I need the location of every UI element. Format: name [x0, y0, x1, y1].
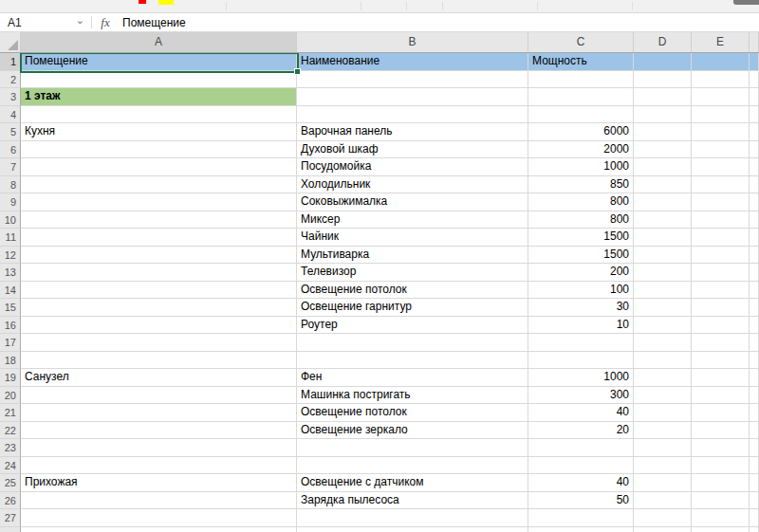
cell-C22[interactable]: 20: [528, 422, 634, 440]
cell-F27[interactable]: [750, 509, 759, 527]
cell-F10[interactable]: [750, 211, 759, 229]
row-header-16[interactable]: 16: [0, 317, 21, 335]
cell-D6[interactable]: [634, 141, 692, 159]
cell-E5[interactable]: [692, 123, 750, 141]
cell-F12[interactable]: [750, 247, 759, 265]
cell-C25[interactable]: 40: [528, 474, 634, 492]
cell-E22[interactable]: [692, 422, 750, 440]
cell-F6[interactable]: [750, 141, 759, 159]
cell-B7[interactable]: Посудомойка: [297, 158, 528, 176]
cell-E18[interactable]: [692, 352, 750, 370]
cell-B27[interactable]: [297, 509, 528, 527]
cell-C12[interactable]: 1500: [528, 247, 634, 265]
cell-C13[interactable]: 200: [528, 264, 634, 282]
cell-A11[interactable]: [21, 229, 297, 247]
row-header-20[interactable]: 20: [0, 387, 21, 405]
cell-B19[interactable]: Фен: [297, 369, 528, 387]
cell-E24[interactable]: [692, 457, 750, 475]
cell-D25[interactable]: [634, 474, 692, 492]
cell-B22[interactable]: Освещение зеркало: [297, 422, 528, 440]
cell-E23[interactable]: [692, 439, 750, 457]
cell-B12[interactable]: Мультиварка: [297, 247, 528, 265]
cell-D18[interactable]: [634, 352, 692, 370]
cell-F25[interactable]: [750, 474, 759, 492]
cell-E7[interactable]: [692, 158, 750, 176]
cell-D17[interactable]: [634, 334, 692, 352]
cell-F11[interactable]: [750, 229, 759, 247]
cell-C14[interactable]: 100: [528, 282, 634, 300]
cell-F22[interactable]: [750, 422, 759, 440]
cell-B10[interactable]: Миксер: [297, 211, 528, 229]
cell-C16[interactable]: 10: [528, 317, 634, 335]
cell-F17[interactable]: [750, 334, 759, 352]
row-header-25[interactable]: 25: [0, 474, 21, 492]
cell-D19[interactable]: [634, 369, 692, 387]
cell-A19[interactable]: Санузел: [21, 369, 297, 387]
font-color-button[interactable]: [139, 0, 146, 4]
cell-E28[interactable]: [692, 527, 750, 532]
cell-E6[interactable]: [692, 141, 750, 159]
cell-C2[interactable]: [528, 71, 634, 89]
cell-C19[interactable]: 1000: [528, 369, 634, 387]
cell-E12[interactable]: [692, 247, 750, 265]
cell-E15[interactable]: [692, 299, 750, 317]
cell-E19[interactable]: [692, 369, 750, 387]
cell-E25[interactable]: [692, 474, 750, 492]
cell-A16[interactable]: [21, 317, 297, 335]
cell-D1[interactable]: [634, 53, 692, 71]
cell-F8[interactable]: [750, 176, 759, 194]
cell-A25[interactable]: Прихожая: [21, 474, 297, 492]
cell-F3[interactable]: [750, 88, 759, 106]
highlight-color-button[interactable]: [158, 0, 174, 5]
row-header-15[interactable]: 15: [0, 299, 21, 317]
row-header-9[interactable]: 9: [0, 193, 21, 211]
cell-D20[interactable]: [634, 387, 692, 405]
cell-C5[interactable]: 6000: [528, 123, 634, 141]
row-header-18[interactable]: 18: [0, 352, 21, 370]
row-header-8[interactable]: 8: [0, 176, 21, 194]
cell-B13[interactable]: Телевизор: [297, 264, 528, 282]
cell-A2[interactable]: [21, 71, 297, 89]
cell-C3[interactable]: [528, 88, 634, 106]
cell-E9[interactable]: [692, 193, 750, 211]
row-header-11[interactable]: 11: [0, 229, 21, 247]
cell-B26[interactable]: Зарядка пылесоса: [297, 492, 528, 510]
row-header-2[interactable]: 2: [0, 71, 21, 89]
column-header-stub[interactable]: [750, 32, 759, 52]
row-header-5[interactable]: 5: [0, 123, 21, 141]
cell-E16[interactable]: [692, 317, 750, 335]
cell-A3[interactable]: 1 этаж: [21, 88, 297, 106]
cell-D13[interactable]: [634, 264, 692, 282]
cell-E8[interactable]: [692, 176, 750, 194]
column-header-A[interactable]: A: [21, 32, 297, 52]
cell-C8[interactable]: 850: [528, 176, 634, 194]
cell-F16[interactable]: [750, 317, 759, 335]
row-header-23[interactable]: 23: [0, 439, 21, 457]
cell-F13[interactable]: [750, 264, 759, 282]
cell-A4[interactable]: [21, 106, 297, 124]
row-header-4[interactable]: 4: [0, 106, 21, 124]
cell-B25[interactable]: Освещение с датчиком: [297, 474, 528, 492]
cell-D23[interactable]: [634, 439, 692, 457]
cell-F14[interactable]: [750, 282, 759, 300]
cell-A5[interactable]: Кухня: [21, 123, 297, 141]
cell-B1[interactable]: Наименование: [297, 53, 528, 71]
cell-F7[interactable]: [750, 158, 759, 176]
cell-C7[interactable]: 1000: [528, 158, 634, 176]
cell-D21[interactable]: [634, 404, 692, 422]
cell-D8[interactable]: [634, 176, 692, 194]
cell-B3[interactable]: [297, 88, 528, 106]
cell-C26[interactable]: 50: [528, 492, 634, 510]
cell-B24[interactable]: [297, 457, 528, 475]
cell-A7[interactable]: [21, 158, 297, 176]
cell-D5[interactable]: [634, 123, 692, 141]
cell-D22[interactable]: [634, 422, 692, 440]
cell-C27[interactable]: [528, 509, 634, 527]
cell-B18[interactable]: [297, 352, 528, 370]
cell-B8[interactable]: Холодильник: [297, 176, 528, 194]
row-header-22[interactable]: 22: [0, 422, 21, 440]
cell-E17[interactable]: [692, 334, 750, 352]
cell-A1[interactable]: Помещение: [21, 53, 297, 71]
cell-E27[interactable]: [692, 509, 750, 527]
cell-C11[interactable]: 1500: [528, 229, 634, 247]
